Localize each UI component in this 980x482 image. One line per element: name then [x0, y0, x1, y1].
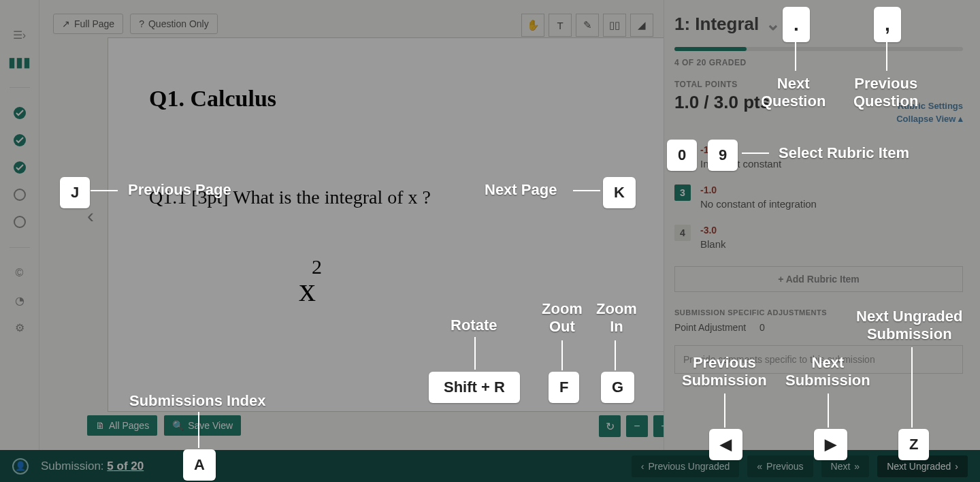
unchecked-icon[interactable] — [12, 187, 27, 202]
shortcut-key-next-sub: ▶ — [814, 429, 847, 460]
shortcut-label-select-rubric: Select Rubric Item — [779, 144, 909, 162]
document-viewer[interactable]: Q1. Calculus Q1.1 [3pt] What is the inte… — [108, 37, 666, 412]
shortcut-key-zero: 0 — [667, 140, 697, 171]
menu-toggle-icon[interactable]: ☰› — [12, 27, 27, 42]
question-only-button[interactable]: ? Question Only — [130, 14, 218, 34]
shortcut-key-period: . — [783, 7, 810, 42]
shortcut-label-prev-submission: Previous Submission — [682, 354, 767, 390]
shortcut-label-next-submission: Next Submission — [785, 354, 870, 390]
shortcut-key-z: Z — [898, 429, 929, 460]
previous-button[interactable]: « Previous — [747, 455, 813, 477]
rotate-button[interactable]: ↻ — [599, 415, 621, 437]
check-icon[interactable] — [12, 160, 27, 175]
user-avatar-icon[interactable]: 👤 — [12, 458, 29, 475]
pencil-tool-icon[interactable]: ✎ — [576, 14, 599, 37]
shortcut-label-prev-question: Previous Question — [853, 75, 918, 111]
shortcut-key-comma: , — [874, 7, 901, 42]
point-adjustment-label: Point Adjustment — [674, 322, 746, 333]
save-view-button[interactable]: 🔍 Save View — [164, 415, 241, 436]
shortcut-key-j: J — [60, 177, 90, 208]
rubric-points: -3.0 — [700, 225, 726, 236]
unchecked-icon[interactable] — [12, 214, 27, 229]
zoom-out-button[interactable]: − — [626, 415, 648, 437]
shortcut-key-a: A — [183, 449, 216, 481]
annotation-tools: ✋ T ✎ ▯▯ ◢ — [521, 14, 653, 37]
shortcut-label-next-ungraded: Next Ungraded Submission — [856, 308, 962, 344]
doc-footer-left: 🗎 All Pages 🔍 Save View — [87, 415, 241, 436]
rubric-number[interactable]: 4 — [674, 225, 691, 241]
shortcut-key-f: F — [549, 372, 579, 403]
shortcut-label-submissions-index: Submissions Index — [129, 392, 266, 410]
grading-progress-bar — [674, 47, 963, 51]
prev-page-arrow[interactable]: ‹ — [87, 204, 94, 227]
shortcut-label-rotate: Rotate — [451, 317, 497, 334]
shortcut-label-zoom-out: Zoom Out — [542, 300, 583, 336]
shortcut-label-prev-page: Previous Page — [128, 181, 231, 199]
shortcut-key-nine: 9 — [708, 140, 738, 171]
shortcut-key-prev-sub: ◀ — [709, 429, 742, 460]
rubric-points: -1.0 — [700, 184, 817, 195]
eraser-tool-icon[interactable]: ◢ — [630, 14, 653, 37]
text-tool-icon[interactable]: T — [549, 14, 572, 37]
shortcut-key-g: G — [601, 372, 634, 403]
shortcut-key-k: K — [603, 177, 636, 208]
all-pages-button[interactable]: 🗎 All Pages — [87, 415, 157, 436]
hand-tool-icon[interactable]: ✋ — [521, 14, 544, 37]
check-icon[interactable] — [12, 133, 27, 148]
rubric-number[interactable]: 3 — [674, 184, 691, 201]
shortcut-label-next-question: Next Question — [761, 75, 826, 111]
question-selector[interactable]: 1: Integral ⌄ — [674, 14, 963, 35]
statistics-icon[interactable]: ◔ — [12, 293, 27, 308]
stats-icon[interactable]: ▮▮▮ — [12, 54, 27, 69]
rubric-label: Blank — [700, 238, 726, 250]
regrade-icon[interactable]: © — [12, 266, 27, 280]
rubric-item[interactable]: 4 -3.0 Blank — [674, 225, 963, 250]
shortcut-label-zoom-in: Zoom In — [596, 300, 637, 336]
shortcut-label-next-page: Next Page — [485, 181, 557, 199]
graded-count: 4 OF 20 GRADED — [674, 58, 963, 67]
submission-indicator[interactable]: Submission: 5 of 20 — [41, 460, 144, 473]
rubric-label: No constant of integration — [700, 198, 817, 210]
check-icon[interactable] — [12, 106, 27, 120]
box-tool-icon[interactable]: ▯▯ — [603, 14, 626, 37]
left-sidebar: ☰› ▮▮▮ © ◔ ⚙ — [0, 0, 39, 482]
shortcut-key-shift-r: Shift + R — [429, 372, 520, 403]
rubric-item[interactable]: 3 -1.0 No constant of integration — [674, 184, 963, 210]
doc-title: Q1. Calculus — [149, 86, 624, 112]
settings-gear-icon[interactable]: ⚙ — [12, 320, 27, 335]
view-mode-controls: ↗ Full Page ? Question Only — [53, 14, 218, 34]
full-page-button[interactable]: ↗ Full Page — [53, 14, 123, 34]
chevron-down-icon: ⌄ — [766, 14, 781, 35]
collapse-view-link[interactable]: Collapse View ▴ — [674, 114, 963, 124]
point-adjustment-value[interactable]: 0 — [760, 322, 765, 333]
add-rubric-item-button[interactable]: + Add Rubric Item — [674, 266, 963, 292]
